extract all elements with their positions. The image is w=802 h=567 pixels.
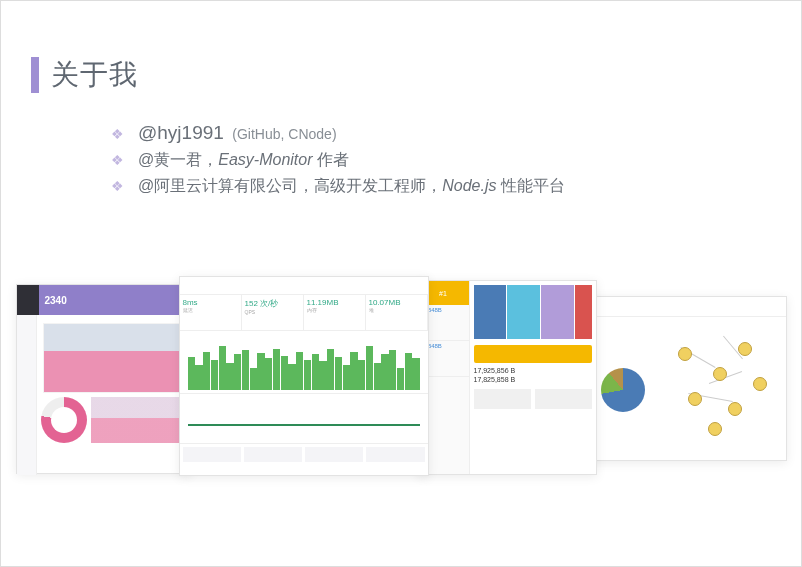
bullet-text: 性能平台 xyxy=(497,177,565,194)
s1-area-chart xyxy=(43,323,184,393)
bullet-text: @黄一君， xyxy=(138,151,218,168)
screenshot-row: 2340 8ms延迟 152 次/秒QPS 11.19MB内存 10.07MB堆 xyxy=(1,276,801,476)
stat-label: 堆 xyxy=(369,307,424,313)
s2-line-chart xyxy=(180,393,428,443)
bullet-item: ❖ @黄一君，Easy-Monitor 作者 xyxy=(111,149,771,171)
stat-value: 11.19MB xyxy=(307,298,362,307)
bullet-italic: Node.js xyxy=(442,177,496,194)
s2-spark-bars xyxy=(184,335,424,390)
bullet-text: 作者 xyxy=(313,151,349,168)
bullet-diamond-icon: ❖ xyxy=(111,175,124,197)
s4-network-graph xyxy=(658,317,786,462)
screenshot-dashboard-1: 2340 xyxy=(16,284,191,474)
s4-pie-chart xyxy=(601,368,645,412)
stat-label: 延迟 xyxy=(183,307,238,313)
title-row: 关于我 xyxy=(31,56,771,94)
bullet-handle: @hyj1991 xyxy=(138,122,224,143)
graph-node xyxy=(713,367,727,381)
s3-highlight-chip xyxy=(474,345,592,363)
screenshot-dashboard-4 xyxy=(587,296,787,461)
screenshot-dashboard-3: #1 48,848B 48,848B 17,925,856 B 17,825,8… xyxy=(417,280,597,475)
bullet-diamond-icon: ❖ xyxy=(111,123,124,145)
graph-node xyxy=(753,377,767,391)
s1-donut-chart xyxy=(41,397,87,443)
bullet-note: (GitHub, CNode) xyxy=(232,126,336,142)
slide-body: 关于我 ❖ @hyj1991 (GitHub, CNode) ❖ @黄一君，Ea… xyxy=(1,1,801,197)
bullet-italic: Easy-Monitor xyxy=(218,151,312,168)
s3-treemap xyxy=(474,285,592,339)
stat-label: 内存 xyxy=(307,307,362,313)
stat-value: 10.07MB xyxy=(369,298,424,307)
stat-value: 152 次/秒 xyxy=(245,298,300,309)
s3-bottom-bars xyxy=(474,389,592,409)
slide-title: 关于我 xyxy=(51,56,138,94)
graph-node xyxy=(708,422,722,436)
s2-mini-charts xyxy=(180,443,428,465)
bullet-item: ❖ @阿里云计算有限公司，高级开发工程师，Node.js 性能平台 xyxy=(111,175,771,197)
screenshot-dashboard-2: 8ms延迟 152 次/秒QPS 11.19MB内存 10.07MB堆 xyxy=(179,276,429,476)
s1-stacked-chart xyxy=(91,397,186,443)
bullet-item: ❖ @hyj1991 (GitHub, CNode) xyxy=(111,122,771,145)
stat-label: QPS xyxy=(245,309,300,315)
bullet-text: @阿里云计算有限公司，高级开发工程师， xyxy=(138,177,442,194)
s2-bar-chart xyxy=(180,331,428,393)
graph-node xyxy=(738,342,752,356)
s1-header: 2340 xyxy=(17,285,190,315)
graph-node xyxy=(688,392,702,406)
graph-node xyxy=(678,347,692,361)
stat-value: 8ms xyxy=(183,298,238,307)
s2-header xyxy=(180,277,428,295)
s4-header xyxy=(588,297,786,317)
bullet-list: ❖ @hyj1991 (GitHub, CNode) ❖ @黄一君，Easy-M… xyxy=(31,122,771,197)
s1-header-number: 2340 xyxy=(45,295,67,306)
s4-pie-panel xyxy=(588,317,658,462)
graph-node xyxy=(728,402,742,416)
s2-stats-row: 8ms延迟 152 次/秒QPS 11.19MB内存 10.07MB堆 xyxy=(180,295,428,331)
s3-big-number: 17,925,856 B xyxy=(474,367,592,374)
title-accent-bar xyxy=(31,57,39,93)
s1-logo-block xyxy=(17,285,39,315)
s1-sidebar xyxy=(17,315,37,475)
bullet-diamond-icon: ❖ xyxy=(111,149,124,171)
s3-big-number: 17,825,858 B xyxy=(474,376,592,383)
